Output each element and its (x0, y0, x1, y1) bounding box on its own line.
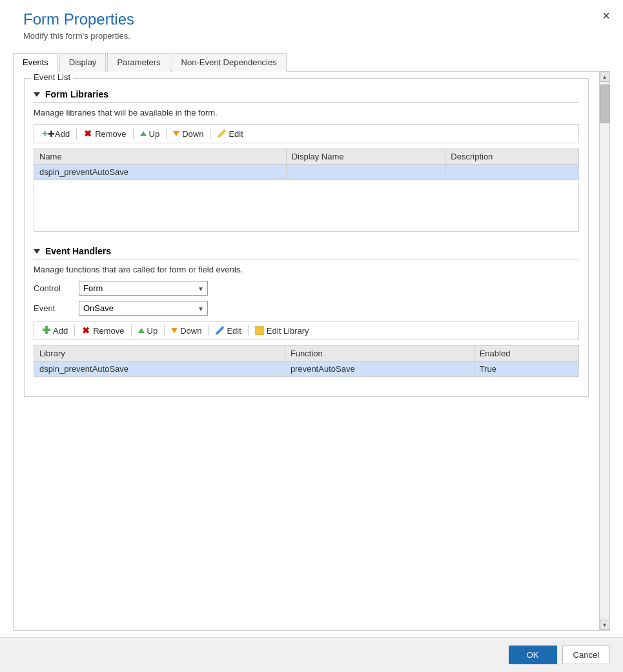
col-function: Function (285, 346, 474, 361)
ok-button[interactable]: OK (509, 646, 557, 664)
sep7 (164, 325, 165, 336)
event-handlers-table-header: Library Function Enabled (34, 346, 579, 361)
remove-icon2: ✖ (81, 326, 90, 335)
event-handlers-desc: Manage functions that are called for for… (34, 265, 579, 274)
sep8 (208, 325, 209, 336)
handlers-edit-library-label: Edit Library (267, 326, 309, 336)
lib-name-cell: dspin_preventAutoSave (34, 165, 287, 180)
main-area: Event List Form Libraries Manage librari… (13, 72, 610, 631)
form-libraries-edit-button[interactable]: Edit (213, 128, 247, 140)
handler-function-cell: preventAutoSave (285, 361, 474, 377)
control-row: Control Form (34, 281, 579, 296)
control-label: Control (34, 283, 79, 293)
tab-events[interactable]: Events (13, 53, 58, 72)
add-label: Add (55, 129, 70, 139)
dialog-content: Events Display Parameters Non-Event Depe… (0, 46, 623, 637)
dialog-footer: OK Cancel (0, 637, 623, 672)
form-libraries-group: Form Libraries Manage libraries that wil… (34, 85, 579, 232)
handlers-add-label: Add (53, 326, 68, 336)
remove-icon: ✖ (83, 129, 92, 138)
sep2 (133, 128, 134, 139)
main-inner: Event List Form Libraries Manage librari… (14, 72, 599, 630)
event-select[interactable]: OnSave OnLoad OnChange (79, 301, 208, 316)
event-handlers-title: Event Handlers (45, 246, 111, 256)
handlers-remove-label: Remove (93, 326, 124, 336)
up-arrow-icon2 (138, 328, 145, 333)
handlers-down-button[interactable]: Down (167, 325, 205, 337)
form-libraries-collapse-arrow[interactable] (34, 92, 40, 97)
handlers-edit-button[interactable]: Edit (211, 325, 245, 337)
handler-enabled-cell: True (474, 361, 578, 377)
handlers-edit-label: Edit (227, 326, 241, 336)
event-handlers-toolbar: ✚ Add ✖ Remove Up (34, 321, 579, 340)
form-libraries-toolbar: ✚ Add ✖ Remove Up (34, 124, 579, 143)
scrollbar-up-arrow[interactable]: ▲ (600, 72, 610, 82)
event-list-legend: Event List (31, 72, 73, 82)
event-label: Event (34, 303, 79, 313)
remove-label: Remove (95, 129, 126, 139)
scrollbar-track: ▲ ▼ (599, 72, 609, 630)
event-list-section: Event List Form Libraries Manage librari… (24, 78, 589, 397)
close-button[interactable]: × (602, 9, 610, 22)
dialog-subtitle: Modify this form's properties. (23, 31, 610, 41)
sep3 (166, 128, 167, 139)
handlers-down-label: Down (180, 326, 201, 336)
down-arrow-icon2 (171, 328, 178, 333)
edit-icon (217, 129, 226, 138)
up-label: Up (149, 129, 160, 139)
col-display-name: Display Name (286, 149, 445, 165)
handlers-add-button[interactable]: ✚ Add (38, 324, 72, 337)
form-libraries-up-button[interactable]: Up (136, 128, 164, 140)
dialog-title: Form Properties (23, 10, 610, 28)
sep9 (248, 325, 249, 336)
col-enabled: Enabled (474, 346, 578, 361)
event-handlers-header: Event Handlers (34, 242, 579, 260)
dialog-header: Form Properties Modify this form's prope… (0, 0, 623, 46)
handlers-up-label: Up (147, 326, 158, 336)
down-arrow-icon (173, 131, 179, 136)
add-icon2: ✚ (42, 325, 50, 336)
form-libraries-title: Form Libraries (45, 89, 108, 99)
form-libraries-remove-button[interactable]: ✖ Remove (79, 128, 130, 140)
sep4 (210, 128, 210, 139)
lib-description-cell (445, 165, 579, 180)
form-libraries-add-button[interactable]: ✚ Add (38, 127, 74, 140)
form-libraries-desc: Manage libraries that will be available … (34, 108, 579, 117)
form-libraries-table-header: Name Display Name Description (34, 149, 579, 165)
handler-row[interactable]: dspin_preventAutoSave preventAutoSave Tr… (34, 361, 579, 377)
up-arrow-icon (140, 131, 147, 136)
cancel-button[interactable]: Cancel (562, 646, 610, 664)
sep6 (131, 325, 132, 336)
empty-row (34, 180, 579, 232)
col-description: Description (445, 149, 579, 165)
event-select-wrapper: OnSave OnLoad OnChange (79, 301, 208, 316)
handlers-remove-button[interactable]: ✖ Remove (77, 325, 128, 337)
edit-icon2 (215, 326, 224, 335)
tab-parameters[interactable]: Parameters (107, 53, 170, 72)
sep5 (74, 325, 75, 336)
col-library: Library (34, 346, 285, 361)
down-label: Down (182, 129, 203, 139)
event-handlers-table: Library Function Enabled dspin_preventAu… (34, 345, 579, 377)
control-select[interactable]: Form (79, 281, 208, 296)
scrollbar-thumb[interactable] (600, 85, 609, 123)
control-select-wrapper: Form (79, 281, 208, 296)
handler-library-cell: dspin_preventAutoSave (34, 361, 285, 377)
event-handlers-group: Event Handlers Manage functions that are… (34, 242, 579, 377)
form-libraries-table: Name Display Name Description dspin_prev… (34, 148, 579, 232)
handlers-up-button[interactable]: Up (134, 325, 162, 337)
edit-label: Edit (229, 129, 243, 139)
col-name: Name (34, 149, 287, 165)
table-row[interactable]: dspin_preventAutoSave (34, 165, 579, 180)
form-libraries-down-button[interactable]: Down (169, 128, 207, 140)
event-handlers-collapse-arrow[interactable] (34, 249, 40, 254)
tab-bar: Events Display Parameters Non-Event Depe… (13, 52, 610, 72)
lib-display-name-cell (286, 165, 445, 180)
handlers-edit-library-button[interactable]: Edit Library (251, 325, 313, 337)
edit-library-icon (255, 326, 264, 335)
form-properties-dialog: Form Properties Modify this form's prope… (0, 0, 623, 672)
tab-non-event-dependencies[interactable]: Non-Event Dependencies (172, 53, 287, 72)
tab-display[interactable]: Display (59, 53, 107, 72)
add-icon: ✚ (42, 128, 52, 139)
scrollbar-down-arrow[interactable]: ▼ (600, 620, 610, 630)
